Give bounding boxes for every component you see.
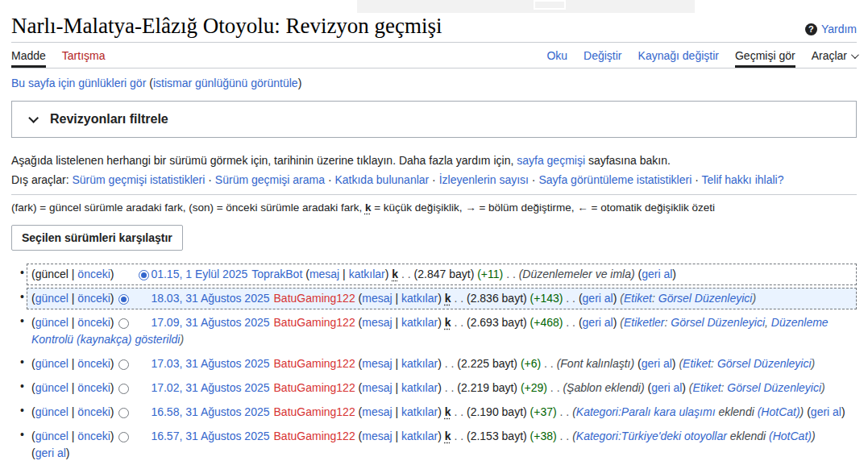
text: | — [69, 381, 77, 394]
link[interactable]: güncel — [35, 405, 69, 418]
ext-link-history-search[interactable]: Sürüm geçmişi arama — [215, 173, 325, 186]
tag-link[interactable]: Etiket — [683, 357, 711, 370]
ext-link-revision-stats[interactable]: Sürüm geçmişi istatistikleri — [72, 173, 205, 186]
link[interactable]: güncel — [35, 381, 69, 394]
link[interactable]: katkılar — [349, 268, 385, 280]
link[interactable]: geri al — [642, 268, 672, 280]
link[interactable]: katkılar — [401, 381, 438, 394]
separator: · — [691, 173, 701, 186]
separator: . . — [451, 316, 467, 329]
revision-select-radio[interactable] — [118, 294, 129, 305]
filter-revisions-expander[interactable]: Revizyonları filtrele — [11, 101, 857, 138]
tab-madde[interactable]: Madde — [11, 43, 46, 68]
tab-tartisma[interactable]: Tartışma — [62, 43, 106, 68]
link[interactable]: mesaj — [362, 381, 392, 394]
revision-row: (güncel | önceki) 17.09, 31 Ağustos 2025… — [11, 312, 857, 351]
link[interactable]: ToprakBot — [251, 268, 302, 280]
user-link[interactable]: BatuGaming122 — [274, 316, 355, 329]
revision-row: (güncel | önceki) 16.57, 31 Ağustos 2025… — [11, 426, 857, 464]
revision-select-radio[interactable] — [118, 408, 129, 418]
user-link[interactable]: BatuGaming122 — [274, 430, 355, 442]
tab-araclar[interactable]: Araçlar — [812, 43, 857, 68]
date-link[interactable]: 17.03, 31 Ağustos 2025 — [151, 357, 269, 370]
ext-link-pageviews[interactable]: Sayfa görüntüleme istatistikleri — [538, 173, 691, 186]
tag-text: ( — [676, 357, 683, 370]
user-link[interactable]: BatuGaming122 — [274, 292, 355, 305]
link[interactable]: mesaj — [309, 268, 339, 280]
link[interactable]: önceki — [77, 268, 110, 280]
tab-oku[interactable]: Oku — [546, 43, 567, 68]
link[interactable]: mesaj — [362, 430, 392, 442]
link[interactable]: katkılar — [401, 430, 438, 442]
tab-kaynagi-degistir[interactable]: Kaynağı değiştir — [638, 43, 719, 68]
tag-link[interactable]: Kategori:Paralı kara ulaşımı — [576, 405, 716, 418]
abuse-log-link[interactable]: istismar günlüğünü görüntüle — [153, 77, 298, 89]
page-history-help-link[interactable]: sayfa geçmişi — [517, 154, 585, 167]
link[interactable]: katkılar — [401, 316, 438, 329]
link[interactable]: mesaj — [362, 292, 392, 305]
separator: . . — [398, 268, 413, 280]
link[interactable]: güncel — [35, 316, 69, 329]
link[interactable]: mesaj — [362, 357, 392, 370]
ext-link-copyvio[interactable]: Telif hakkı ihlali? — [702, 173, 784, 186]
ext-link-watchers[interactable]: İzleyenlerin sayısı — [439, 173, 529, 186]
date-link[interactable]: 16.58, 31 Ağustos 2025 — [151, 405, 269, 418]
link[interactable]: katkılar — [401, 357, 438, 370]
link[interactable]: önceki — [77, 381, 110, 394]
tab-gecmisi-gor[interactable]: Geçmişi gör — [735, 43, 795, 68]
link[interactable]: önceki — [77, 357, 110, 370]
user-link[interactable]: BatuGaming122 — [274, 381, 355, 394]
compare-selected-button[interactable]: Seçilen sürümleri karşılaştır — [11, 225, 183, 251]
text: | — [69, 292, 77, 305]
link[interactable]: güncel — [35, 430, 69, 442]
link[interactable]: önceki — [77, 430, 110, 442]
link[interactable]: geri al — [583, 316, 613, 329]
link[interactable]: güncel — [35, 357, 69, 370]
tag-link[interactable]: (HotCat) — [769, 430, 812, 442]
link[interactable]: mesaj — [362, 405, 392, 418]
separator: . . — [563, 316, 578, 329]
tab-degistir[interactable]: Değiştir — [584, 43, 621, 68]
tag-link[interactable]: Kategori:Türkiye'deki otoyollar — [576, 430, 727, 442]
tag-link[interactable]: Görsel Düzenleyici — [717, 357, 812, 370]
link[interactable]: katkılar — [401, 292, 438, 305]
revision-select-radio[interactable] — [139, 270, 149, 280]
link[interactable]: güncel — [35, 292, 69, 305]
tag-link[interactable]: Etiket — [624, 292, 652, 305]
link[interactable]: önceki — [77, 405, 110, 418]
date-link[interactable]: 18.03, 31 Ağustos 2025 — [151, 292, 269, 305]
link[interactable]: geri al — [583, 292, 613, 305]
user-link[interactable]: BatuGaming122 — [274, 405, 355, 418]
tag-link[interactable]: (HotCat) — [758, 405, 800, 418]
ext-link-contributors[interactable]: Katkıda bulunanlar — [334, 173, 429, 186]
date-link[interactable]: 17.02, 31 Ağustos 2025 — [151, 381, 269, 394]
tag-link[interactable]: Düzenleme — [771, 316, 829, 329]
link[interactable]: geri al — [642, 357, 672, 370]
tag-link[interactable]: Etiketler — [624, 316, 665, 329]
link[interactable]: önceki — [77, 316, 110, 329]
link[interactable]: katkılar — [401, 405, 438, 418]
tag-link[interactable]: Kontrolü (kaynakça) gösterildi — [31, 333, 180, 346]
text: ) — [841, 405, 845, 418]
page-logs-link[interactable]: Bu sayfa için günlükleri gör — [11, 77, 146, 89]
tag-link[interactable]: Görsel Düzenleyici — [658, 292, 753, 305]
text: ( — [634, 357, 642, 370]
tag-link[interactable]: Görsel Düzenleyici — [671, 316, 765, 329]
revision-select-radio[interactable] — [118, 384, 129, 394]
tag-link[interactable]: Görsel Düzenleyici — [727, 381, 821, 394]
link[interactable]: geri al — [811, 405, 841, 418]
link[interactable]: geri al — [651, 381, 682, 394]
link[interactable]: önceki — [77, 292, 110, 305]
date-link[interactable]: 16.57, 31 Ağustos 2025 — [151, 430, 269, 442]
link[interactable]: mesaj — [362, 316, 392, 329]
revision-select-radio[interactable] — [118, 359, 129, 370]
link[interactable]: geri al — [35, 446, 66, 459]
revision-select-radio[interactable] — [118, 432, 129, 442]
revision-select-radio[interactable] — [118, 318, 129, 329]
tag-link[interactable]: Etiket — [693, 381, 721, 394]
user-link[interactable]: BatuGaming122 — [274, 357, 355, 370]
help-label[interactable]: Yardım — [821, 23, 857, 35]
help-link[interactable]: ? Yardım — [805, 23, 857, 39]
date-link[interactable]: 17.09, 31 Ağustos 2025 — [151, 316, 269, 329]
date-link[interactable]: 01.15, 1 Eylül 2025 — [151, 268, 247, 280]
